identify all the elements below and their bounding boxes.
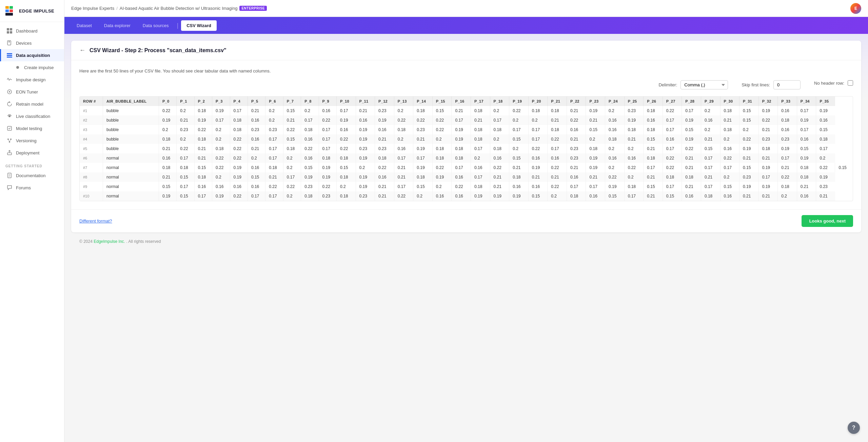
svg-point-18 [8,115,11,117]
cell-value: 0.21 [758,153,778,163]
cell-value: 0.17 [394,182,413,191]
column-header-p-33: P_33 [778,97,797,106]
cell-value: 0.18 [194,134,212,144]
cell-value: 0.22 [663,163,682,172]
project-group: Edge Impulse Experts [71,6,114,11]
user-avatar[interactable]: E [850,3,861,14]
tab-dataset[interactable]: Dataset [71,20,97,31]
cell-value: 0.15 [605,191,625,201]
subnav-divider: | [177,22,178,29]
sidebar-item-devices[interactable]: Devices [0,37,64,49]
cell-value: 0.17 [265,144,283,153]
cell-value: 0.22 [319,182,336,191]
no-header-label: No header row: [814,81,844,86]
cell-value: 0.19 [319,172,336,182]
next-button[interactable]: Looks good, next [802,215,853,227]
tab-data-explorer[interactable]: Data explorer [99,20,136,31]
project-name: AI-based Aquatic Air Bubble Detection w/… [120,6,238,11]
cell-value: 0.15 [644,182,663,191]
different-format-link[interactable]: Different format? [79,218,112,224]
cell-value: 0.21 [682,182,701,191]
sidebar-item-deployment[interactable]: Deployment [0,147,64,159]
sidebar-item-impulse-design[interactable]: Impulse design [0,73,64,86]
cell-value: 0.21 [159,172,176,182]
cell-value: 0.17 [490,115,509,125]
cell-value: 0.18 [605,134,625,144]
no-header-setting: No header row: [814,80,853,86]
column-header-p-25: P_25 [624,97,644,106]
cell-value: 0.17 [624,191,644,201]
cell-value: 0.17 [283,172,301,182]
cell-value: 0.22 [452,182,471,191]
cell-value: 0.16 [230,182,248,191]
sidebar-item-retrain-model[interactable]: Retrain model [0,98,64,110]
cell-value: 0.21 [452,106,471,115]
tab-data-sources[interactable]: Data sources [137,20,174,31]
sidebar-item-data-acquisition[interactable]: Data acquisition [0,49,64,61]
column-header-air-bubble-label: AIR_BUBBLE_LABEL [103,97,159,106]
cell-value: 0.16 [624,153,644,163]
sidebar-item-dashboard[interactable]: Dashboard [0,25,64,37]
row-number: #3 [80,125,103,134]
row-number: #9 [80,182,103,191]
cell-value: 0.19 [797,153,816,163]
sidebar-item-forums[interactable]: Forums [0,182,64,194]
sidebar-item-eon-tuner[interactable]: EON Tuner [0,86,64,98]
sidebar-item-create-impulse[interactable]: Create impulse [0,61,64,73]
tab-csv-wizard[interactable]: CSV Wizard [181,20,217,31]
cell-value: 0.21 [177,115,194,125]
cell-value: 0.21 [567,163,586,172]
cell-value: 0.21 [248,144,265,153]
cell-value: 0.15 [663,191,682,201]
cell-value: 0.21 [548,172,567,182]
cell-value: 0.22 [432,163,452,172]
cell-value: 0.21 [758,191,778,201]
cell-value: 0.22 [413,115,433,125]
cell-value: 0.22 [336,144,356,153]
sidebar-item-versioning[interactable]: Versioning [0,134,64,147]
cell-value: 0.17 [319,134,336,144]
eon-icon [6,89,13,95]
delimiter-select[interactable]: Comma (,) Semicolon (;) Tab Space [680,80,728,89]
svg-rect-2 [5,9,9,12]
no-header-checkbox[interactable] [848,80,853,86]
cell-value: 0.18 [720,106,739,115]
sidebar-item-documentation[interactable]: Documentation [0,169,64,182]
cell-value: 0.18 [471,125,490,134]
cell-value: 0.21 [394,172,413,182]
table-row: #3bubble0.20.230.220.20.180.230.230.220.… [80,125,853,134]
svg-line-23 [8,140,9,141]
table-row: #1bubble0.220.20.180.190.170.210.20.150.… [80,106,853,115]
cell-value: 0.18 [283,144,301,153]
cell-value: 0.2 [605,144,625,153]
cell-value: 0.22 [159,106,176,115]
sidebar-item-label: Create impulse [24,65,54,70]
devices-icon [6,40,13,46]
sidebar: EDGE IMPULSE Dashboard Devices Data acqu… [0,0,64,442]
cell-value: 0.18 [797,172,816,182]
help-button[interactable]: ? [848,422,860,434]
cell-value: 0.2 [624,172,644,182]
card-header: ← CSV Wizard - Step 2: Process "scan_dat… [71,41,861,60]
cell-value: 0.17 [701,182,720,191]
cell-value: 0.18 [567,191,586,201]
cell-value: 0.2 [265,115,283,125]
back-button[interactable]: ← [79,47,85,54]
cell-value: 0.22 [230,134,248,144]
cell-value: 0.16 [452,191,471,201]
cell-value: 0.18 [413,172,433,182]
cell-value: 0.21 [797,182,816,191]
company-link[interactable]: EdgeImpulse Inc. [94,239,125,244]
sidebar-item-live-classification[interactable]: Live classification [0,110,64,122]
row-label: normal [103,163,159,172]
cell-value: 0.22 [230,191,248,201]
topbar-sep: / [116,6,118,11]
cell-value: 0.21 [471,115,490,125]
skip-lines-input[interactable] [773,80,801,89]
cell-value: 0.17 [548,144,567,153]
cell-value: 0.19 [432,172,452,182]
cell-value: 0.18 [548,125,567,134]
sidebar-item-model-testing[interactable]: Model testing [0,122,64,134]
delimiter-setting: Delimiter: Comma (,) Semicolon (;) Tab S… [658,80,728,89]
cell-value: 0.18 [682,172,701,182]
